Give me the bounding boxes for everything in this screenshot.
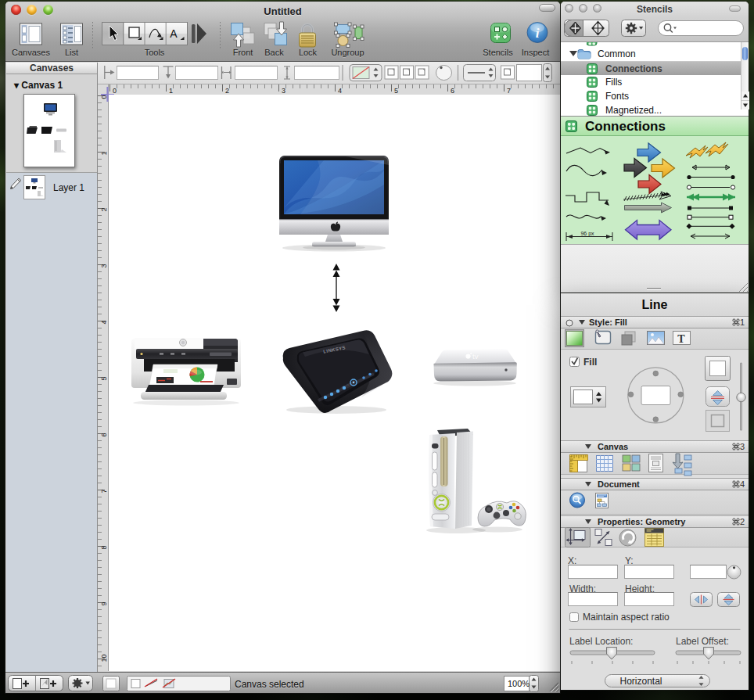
svg-text:100%: 100% <box>508 679 530 688</box>
svg-text:6: 6 <box>100 433 108 436</box>
svg-text:5: 5 <box>394 87 398 95</box>
svg-text:7: 7 <box>100 489 108 493</box>
svg-text:9: 9 <box>100 601 108 605</box>
svg-text:96 px: 96 px <box>580 231 594 237</box>
svg-text:3: 3 <box>282 87 285 95</box>
svg-text:1: 1 <box>169 87 173 95</box>
svg-text:6: 6 <box>451 87 454 95</box>
svg-text:4: 4 <box>338 87 342 95</box>
svg-text:1: 1 <box>100 151 108 155</box>
svg-text:i: i <box>536 26 540 41</box>
svg-text:10: 10 <box>100 654 108 662</box>
svg-text:2: 2 <box>225 87 229 95</box>
svg-text:7: 7 <box>507 87 511 95</box>
svg-text:3: 3 <box>100 264 108 267</box>
svg-text:8: 8 <box>100 545 108 549</box>
svg-text:A: A <box>170 27 178 40</box>
svg-text:5: 5 <box>100 376 108 380</box>
svg-text:Fill: Fill <box>583 357 597 368</box>
svg-text:T: T <box>677 333 685 345</box>
svg-text:4: 4 <box>100 320 108 324</box>
svg-text:tv: tv <box>472 352 479 361</box>
svg-text:2: 2 <box>100 207 108 211</box>
